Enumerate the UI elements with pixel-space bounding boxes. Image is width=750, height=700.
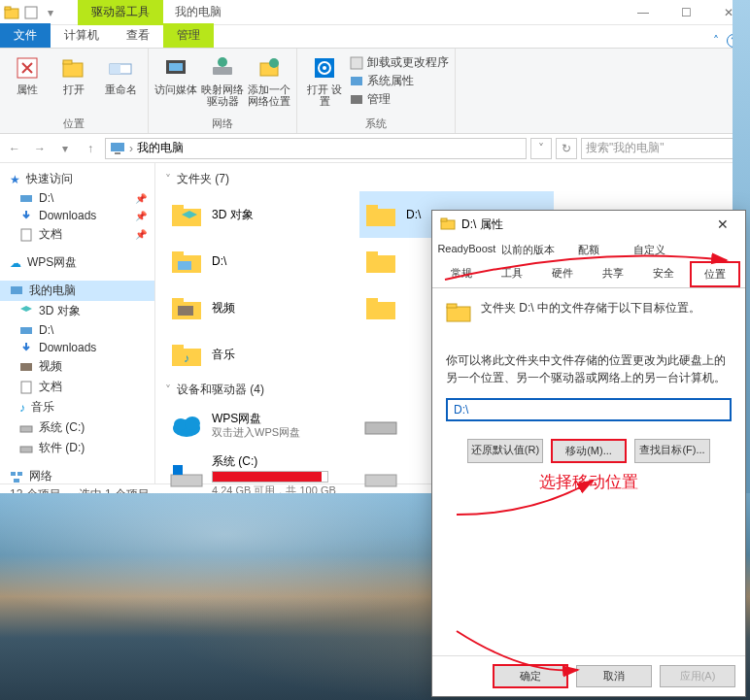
ribbon-manage[interactable]: 管理 <box>350 91 449 108</box>
apply-button[interactable]: 应用(A) <box>660 665 735 687</box>
location-description: 文件夹 D:\ 中的文件存储于以下目标位置。 <box>481 300 700 317</box>
folder-partial2[interactable] <box>359 284 427 331</box>
ribbon-map-network-drive[interactable]: 映射网络 驱动器 <box>201 50 244 107</box>
quick-access-toolbar: ▾ <box>0 5 62 20</box>
sidebar-item-sysc[interactable]: 系统 (C:) <box>0 417 154 438</box>
tab-general[interactable]: 常规 <box>436 261 487 287</box>
svg-rect-31 <box>11 472 16 476</box>
svg-rect-30 <box>20 447 32 452</box>
window-title: 我的电脑 <box>175 4 222 20</box>
network-icon <box>10 470 23 483</box>
refresh-button[interactable]: ↻ <box>556 138 577 159</box>
svg-rect-32 <box>17 472 22 476</box>
tab-customize[interactable]: 自定义 <box>619 238 680 261</box>
sidebar-item-d2[interactable]: D:\ <box>0 321 154 339</box>
svg-rect-45 <box>172 298 184 303</box>
collapse-ribbon-icon[interactable]: ˄ <box>713 34 719 48</box>
tab-sharing[interactable]: 共享 <box>588 261 638 287</box>
folder-music[interactable]: ♪ 音乐 <box>165 331 359 378</box>
svg-rect-23 <box>21 229 31 241</box>
svg-rect-2 <box>25 7 37 18</box>
search-box[interactable]: 搜索"我的电脑" <box>581 138 746 159</box>
restore-default-button[interactable]: 还原默认值(R) <box>467 439 543 463</box>
sidebar-item-documents[interactable]: 文档📌 <box>0 224 154 245</box>
sidebar-network[interactable]: 网络 <box>0 466 154 483</box>
tab-hardware[interactable]: 硬件 <box>537 261 588 287</box>
drive-icon <box>19 323 33 337</box>
dialog-titlebar: D:\ 属性 ✕ <box>432 211 745 238</box>
pin-icon: 📌 <box>135 193 147 204</box>
sidebar-quick-access[interactable]: ★快速访问 <box>0 169 154 189</box>
svg-rect-7 <box>110 64 120 74</box>
dialog-close-button[interactable]: ✕ <box>708 217 737 232</box>
group-header-folders[interactable]: ˅文件夹 (7) <box>165 167 740 191</box>
folder-3dobjects[interactable]: 3D 对象 <box>165 191 359 238</box>
move-button[interactable]: 移动(M)... <box>551 439 627 463</box>
ok-button[interactable]: 确定 <box>493 664 568 688</box>
find-target-button[interactable]: 查找目标(F)... <box>634 439 710 463</box>
folder-icon <box>4 5 19 20</box>
sidebar-item-documents2[interactable]: 文档 <box>0 377 154 397</box>
folder-partial1[interactable] <box>359 238 427 284</box>
ribbon-add-network-location[interactable]: 添加一个 网络位置 <box>248 50 290 107</box>
pin-icon: 📌 <box>135 211 147 221</box>
sidebar-item-downloads[interactable]: Downloads📌 <box>0 207 154 224</box>
nav-recent[interactable]: ▾ <box>54 138 76 159</box>
ribbon-open[interactable]: 打开 <box>52 50 95 95</box>
sidebar-item-downloads2[interactable]: Downloads <box>0 339 154 356</box>
drive-icon <box>19 442 33 455</box>
video-icon <box>19 360 33 374</box>
svg-rect-37 <box>366 209 395 226</box>
ribbon-uninstall-programs[interactable]: 卸载或更改程序 <box>350 54 449 71</box>
ribbon-rename[interactable]: 重命名 <box>99 50 142 95</box>
cancel-button[interactable]: 取消 <box>576 665 652 687</box>
tab-file[interactable]: 文件 <box>0 23 51 48</box>
folder-icon <box>169 290 204 325</box>
tab-computer[interactable]: 计算机 <box>51 23 113 48</box>
folder-d2[interactable]: D:\ <box>165 238 359 284</box>
sidebar-item-softd[interactable]: 软件 (D:) <box>0 438 154 458</box>
ribbon-system-properties[interactable]: 系统属性 <box>350 73 449 89</box>
location-path-input[interactable] <box>446 398 732 421</box>
nav-back[interactable]: ← <box>4 138 25 159</box>
breadcrumb[interactable]: 我的电脑 <box>137 140 184 156</box>
svg-rect-46 <box>178 306 193 316</box>
sidebar-this-pc[interactable]: 我的电脑 <box>0 281 154 301</box>
addr-dropdown[interactable]: ˅ <box>530 138 552 159</box>
tab-tools[interactable]: 工具 <box>487 261 537 287</box>
minimize-button[interactable]: ― <box>622 0 665 25</box>
sidebar-item-3dobjects[interactable]: 3D 对象 <box>0 301 154 321</box>
svg-point-11 <box>218 57 227 67</box>
address-bar[interactable]: › 我的电脑 <box>105 138 527 159</box>
tab-previous-versions[interactable]: 以前的版本 <box>497 238 559 261</box>
nav-up[interactable]: ↑ <box>80 138 101 159</box>
sidebar-item-music[interactable]: ♪音乐 <box>0 397 154 417</box>
nav-forward[interactable]: → <box>29 138 51 159</box>
tab-manage[interactable]: 管理 <box>163 23 214 48</box>
tab-readyboost[interactable]: ReadyBoost <box>436 238 497 261</box>
folder-icon <box>363 244 398 279</box>
svg-rect-10 <box>213 67 232 75</box>
tab-view[interactable]: 查看 <box>113 23 163 48</box>
sidebar-item-d[interactable]: D:\📌 <box>0 189 154 207</box>
tab-location[interactable]: 位置 <box>690 261 740 287</box>
checkbox-icon[interactable] <box>23 5 39 20</box>
ribbon-access-media[interactable]: 访问媒体 <box>154 50 197 107</box>
ribbon-properties[interactable]: 属性 <box>6 50 49 95</box>
ribbon-open-settings[interactable]: 打开 设置 <box>303 50 346 108</box>
drive-wps[interactable]: WPS网盘双击进入WPS网盘 <box>165 402 359 449</box>
overflow-icon[interactable]: ▾ <box>43 5 58 20</box>
folder-videos[interactable]: 视频 <box>165 284 359 331</box>
drive-partial[interactable] <box>359 402 427 449</box>
cube-icon <box>19 305 33 318</box>
tab-quota[interactable]: 配额 <box>559 238 620 261</box>
tab-security[interactable]: 安全 <box>638 261 689 287</box>
sidebar-item-videos[interactable]: 视频 <box>0 356 154 377</box>
nav-row: ← → ▾ ↑ › 我的电脑 ˅ ↻ 搜索"我的电脑" <box>0 134 750 163</box>
sidebar-wps[interactable]: ☁WPS网盘 <box>0 252 154 273</box>
svg-rect-22 <box>20 195 32 202</box>
svg-rect-57 <box>173 465 183 475</box>
folder-icon <box>363 290 398 325</box>
contextual-tab-drivetools[interactable]: 驱动器工具 <box>78 0 163 25</box>
maximize-button[interactable]: ☐ <box>665 0 707 25</box>
